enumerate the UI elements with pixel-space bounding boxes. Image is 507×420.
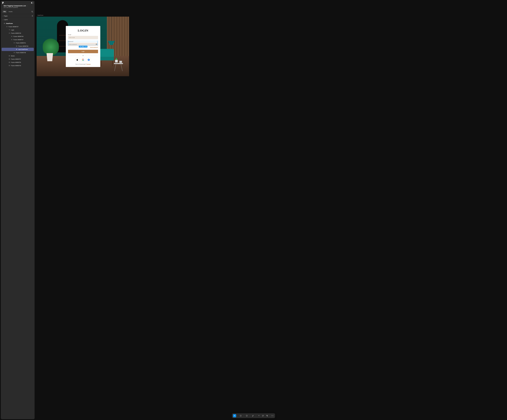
bars-v-icon [4,23,5,24]
bars-v-icon [16,45,17,47]
text-tool-button[interactable] [257,414,261,417]
layer-row[interactable]: Button [2,54,34,57]
email-field[interactable]: Enter email [68,36,98,39]
layer-label: Frame 48096701 [16,42,26,44]
frame-tool-chevron[interactable]: ⌄ [243,415,244,416]
actions-tool-button[interactable] [266,414,269,417]
layer-label: Frame 48096744 [11,65,21,66]
calendar-icon[interactable] [96,44,97,45]
text-icon [8,29,10,31]
armchair [100,49,114,63]
svg-rect-8 [97,44,97,44]
layers-tree: DatePickerFrame 48096757LoginFrame 48096… [1,21,35,419]
facebook-login-button[interactable] [87,58,91,62]
layer-label: Frame 48096748 [16,52,26,53]
layer-label: Frame 48096747 [13,39,23,41]
toolbar-separator [270,414,270,417]
figma-logo-icon [2,2,4,4]
layer-row[interactable]: Frame 48096744 [2,64,34,67]
stage-frame[interactable]: LOGIN Email* Enter email Password* Enter… [37,17,129,76]
comment-tool-button[interactable] [261,414,265,417]
or-divider: OR [68,55,98,56]
svg-rect-2 [31,2,32,3]
canvas[interactable]: DatePicker LOGIN Email* [35,0,507,420]
search-icon[interactable] [31,11,33,13]
facebook-icon [88,59,90,61]
pen-tool-chevron[interactable]: ⌄ [255,415,257,416]
layer-label: Frame 48096755 [11,62,21,63]
password-field[interactable]: Enter password [68,43,98,46]
svg-point-12 [246,415,247,416]
tab-file[interactable]: File [2,10,7,13]
layer-row[interactable]: Frame 48096701 [2,41,34,44]
layer-row[interactable]: Frame 48096757 [2,57,34,61]
frame-tool-button[interactable] [239,414,242,417]
layers-section-header[interactable]: ⌄Layers [1,18,35,21]
svg-point-0 [3,2,4,3]
bars-vs-icon [13,52,15,53]
tab-assets[interactable]: Assets [7,10,14,13]
left-panel: ⌄ New Tagging Components List ⌄ Do's and… [1,1,35,419]
password-placeholder: Enter password [69,44,77,45]
password-label: Password* [68,41,98,42]
selection-dimensions-badge: Fill (452) × 49 [79,46,87,48]
bars-v-icon [8,55,10,57]
lines-h-icon [13,42,15,44]
plant [44,39,54,61]
svg-point-3 [32,11,33,12]
chevron-down-icon: ⌄ [2,19,3,20]
bars-v-icon [8,62,10,63]
bottom-toolbar: ⌄ ⌄ ⌄ ⌄ [232,413,275,418]
layer-row[interactable]: Frame 48096700 [2,35,34,38]
project-subtitle: Do's and don'ts Guidelines [4,7,33,8]
lines-h-icon [6,26,8,28]
svg-rect-11 [240,415,241,416]
move-tool-chevron[interactable]: ⌄ [237,415,238,416]
layer-label: DatePicker [6,23,13,24]
bars-v-icon [8,58,10,60]
pages-section-header[interactable]: ›Pages [1,14,35,18]
svg-point-14 [268,416,268,416]
chevron-down-icon: ⌄ [4,2,5,3]
google-icon [82,59,84,61]
move-tool-button[interactable] [233,414,236,417]
register-link[interactable]: Register [86,63,91,65]
frame-label[interactable]: DatePicker [37,14,506,16]
layer-row[interactable]: Frame 48096700 [2,44,34,48]
shape-tool-button[interactable] [245,414,248,417]
figma-menu[interactable]: ⌄ [2,2,5,4]
dev-mode-button[interactable] [271,414,274,417]
bars-h-icon [16,49,17,50]
layer-row[interactable]: Frame 48096747 [2,38,34,41]
layer-label: Frame 48096700 [13,36,23,37]
layer-row[interactable]: DatePicker [2,22,34,25]
lines-h-icon [11,39,13,41]
project-title[interactable]: New Tagging Components List [4,5,26,7]
pen-tool-button[interactable] [251,414,254,417]
layer-row[interactable]: Frame 48096748 [2,51,34,54]
chevron-down-icon[interactable]: ⌄ [27,5,28,6]
bars-v-icon [8,65,10,66]
lines-h-icon [8,32,10,34]
layer-row[interactable]: Frame 48096757 [2,25,34,28]
email-label: Email* [68,34,98,35]
register-row: New to Dreamscape? Register [68,63,98,65]
layer-row[interactable]: Frame 48096749 [2,32,34,35]
svg-rect-6 [96,44,97,44]
add-page-button[interactable] [32,15,33,17]
lines-h-icon [11,35,13,37]
layer-row[interactable]: Login [2,28,34,32]
layer-label: Frame 48096757 [11,58,21,60]
side-table [114,63,123,64]
login-button[interactable]: Login [68,50,98,53]
panel-toggle-button[interactable] [31,2,33,4]
apple-icon [77,59,78,61]
layer-row[interactable]: input:DatePicker [2,48,34,51]
layer-label: input:DatePicker [18,49,28,50]
apple-login-button[interactable] [75,58,79,62]
layer-label: Frame 48096757 [8,26,19,28]
shape-tool-chevron[interactable]: ⌄ [249,415,250,416]
layer-row[interactable]: Frame 48096755 [2,61,34,64]
google-login-button[interactable] [81,58,85,62]
layer-label: Frame 48096749 [11,32,21,34]
